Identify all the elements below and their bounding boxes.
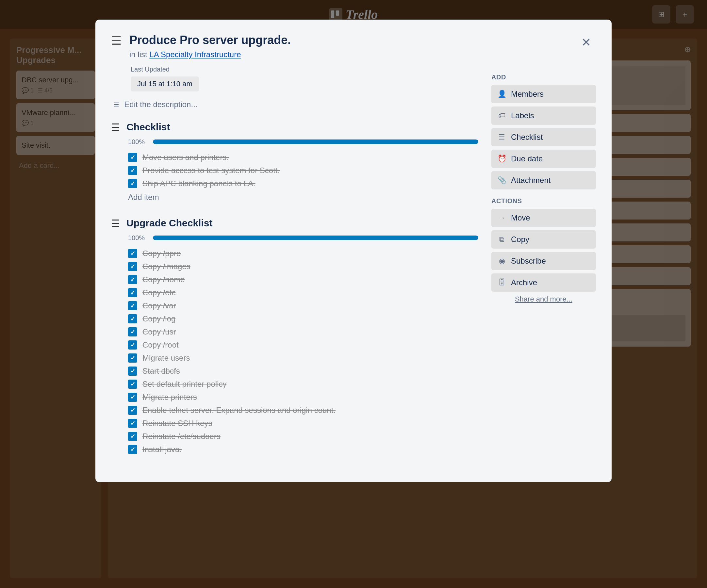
description-icon: ≡ [114, 99, 119, 110]
attachment-icon: 📎 [497, 176, 506, 184]
add-item-row: Add item [111, 190, 478, 205]
list-item: ✓Enable telnet server. Expand sessions a… [128, 404, 478, 417]
list-item: ✓Copy /images [128, 260, 478, 273]
list-item: ✓ Ship APC blanking panels to LA. [128, 177, 478, 190]
checklist-item-text: Copy /root [142, 340, 179, 349]
list-item: ✓Copy /etc [128, 286, 478, 299]
description-area: ≡ Edit the description... [111, 99, 478, 110]
modal-main: Last Updated Jul 15 at 1:10 am ≡ Edit th… [111, 66, 492, 469]
checkbox-2-2[interactable]: ✓ [128, 275, 137, 284]
checklist-item-text: Start dbcfs [142, 367, 180, 376]
edit-description-link[interactable]: Edit the description... [124, 100, 197, 109]
modal-sidebar: Add 👤 Members 🏷 Labels ☰ Checklist ⏰ Due… [492, 66, 596, 469]
checklist-header-2: ☰ Upgrade Checklist [111, 217, 478, 229]
list-item: ✓Copy /var [128, 299, 478, 312]
checklist-title-2: Upgrade Checklist [127, 217, 478, 229]
checkbox-1-1[interactable]: ✓ [128, 166, 137, 175]
share-more-link[interactable]: Share and more... [492, 295, 596, 304]
checklist-item-text: Provide access to test system for Scott. [142, 166, 280, 175]
list-item: ✓Copy /usr [128, 325, 478, 338]
checklist-section-1: ☰ Checklist 100% ✓ Move users and printe… [111, 122, 478, 205]
checklist-item-text: Set default printer policy [142, 380, 227, 389]
checklist-item-text: Move users and printers. [142, 153, 229, 162]
checklist-item-text: Copy /var [142, 301, 176, 310]
attachment-button[interactable]: 📎 Attachment [492, 171, 596, 189]
checkbox-2-15[interactable]: ✓ [128, 445, 137, 454]
checkbox-2-8[interactable]: ✓ [128, 353, 137, 362]
checklist-item-text: Copy /images [142, 262, 191, 271]
progress-bar-bg-2 [153, 236, 478, 240]
checkbox-2-11[interactable]: ✓ [128, 393, 137, 402]
card-modal: ☰ Produce Pro server upgrade. in list LA… [95, 20, 612, 482]
list-item: ✓Set default printer policy [128, 378, 478, 391]
checkbox-2-1[interactable]: ✓ [128, 262, 137, 271]
checklist-item-text: Copy /etc [142, 288, 175, 297]
list-item: ✓Start dbcfs [128, 365, 478, 378]
copy-button[interactable]: ⧉ Copy [492, 230, 596, 249]
close-button[interactable]: ✕ [576, 33, 596, 52]
progress-bar-fill-2 [153, 236, 478, 240]
card-title: Produce Pro server upgrade. [129, 33, 569, 48]
checklist-item-text: Enable telnet server. Expand sessions an… [142, 406, 336, 415]
checklist-item-text: Copy /log [142, 314, 175, 323]
list-item: ✓Copy /root [128, 338, 478, 351]
move-button[interactable]: → Move [492, 209, 596, 227]
list-item: ✓Reinstate /etc/sudoers [128, 430, 478, 443]
checkbox-2-6[interactable]: ✓ [128, 327, 137, 337]
list-item: ✓Install java. [128, 443, 478, 456]
list-item: ✓ Provide access to test system for Scot… [128, 164, 478, 177]
list-item: ✓Migrate users [128, 351, 478, 365]
add-item-button[interactable]: Add item [128, 193, 159, 202]
members-button[interactable]: 👤 Members [492, 85, 596, 103]
progress-percent-1: 100% [128, 138, 148, 146]
checkbox-1-2[interactable]: ✓ [128, 179, 137, 188]
list-item: ✓Copy /home [128, 273, 478, 286]
checkbox-2-3[interactable]: ✓ [128, 288, 137, 297]
checkbox-2-14[interactable]: ✓ [128, 432, 137, 441]
checkbox-2-5[interactable]: ✓ [128, 314, 137, 323]
due-date-button[interactable]: ⏰ Due date [492, 150, 596, 168]
subscribe-icon: ◉ [497, 257, 506, 265]
checkbox-2-7[interactable]: ✓ [128, 340, 137, 349]
checklist-item-text: Copy /ppro [142, 249, 181, 258]
checklist-item-text: Migrate users [142, 353, 190, 362]
modal-header: ☰ Produce Pro server upgrade. in list LA… [95, 20, 612, 66]
subscribe-button[interactable]: ◉ Subscribe [492, 252, 596, 270]
sidebar-add-title: Add [492, 73, 596, 81]
checklist-item-text: Copy /home [142, 275, 184, 284]
checkbox-2-0[interactable]: ✓ [128, 249, 137, 258]
archive-button[interactable]: 🗄 Archive [492, 273, 596, 292]
progress-row-2: 100% [111, 234, 478, 242]
checklist-header-1: ☰ Checklist [111, 122, 478, 133]
checkbox-2-13[interactable]: ✓ [128, 419, 137, 428]
checklist-section-2: ☰ Upgrade Checklist 100% ✓Copy /ppro✓Cop… [111, 217, 478, 456]
checkbox-2-9[interactable]: ✓ [128, 367, 137, 376]
list-link[interactable]: LA Specialty Infrastructure [149, 50, 241, 59]
checklist-icon: ☰ [111, 122, 120, 133]
checklist-button[interactable]: ☰ Checklist [492, 128, 596, 146]
list-item: ✓Migrate printers [128, 391, 478, 404]
progress-percent-2: 100% [128, 234, 148, 242]
checklist-item-text: Reinstate SSH keys [142, 419, 212, 428]
checkbox-2-4[interactable]: ✓ [128, 301, 137, 310]
checklist-item-text: Copy /usr [142, 327, 176, 337]
card-type-icon: ☰ [111, 34, 122, 48]
checklist-items-2: ✓Copy /ppro✓Copy /images✓Copy /home✓Copy… [111, 247, 478, 456]
checklist-item-text: Ship APC blanking panels to LA. [142, 179, 256, 188]
last-updated-badge: Jul 15 at 1:10 am [131, 76, 199, 92]
checklist-icon-2: ☰ [111, 217, 120, 229]
sidebar-actions-title: Actions [492, 197, 596, 205]
checkbox-2-12[interactable]: ✓ [128, 406, 137, 415]
checklist-item-text: Reinstate /etc/sudoers [142, 432, 221, 441]
members-icon: 👤 [497, 90, 506, 98]
modal-title-area: Produce Pro server upgrade. in list LA S… [129, 33, 569, 59]
modal-body: Last Updated Jul 15 at 1:10 am ≡ Edit th… [95, 66, 612, 482]
progress-row-1: 100% [111, 138, 478, 146]
list-item: ✓ Move users and printers. [128, 151, 478, 164]
labels-button[interactable]: 🏷 Labels [492, 106, 596, 125]
last-updated-label: Last Updated [111, 66, 478, 73]
due-date-icon: ⏰ [497, 154, 506, 163]
checkbox-2-10[interactable]: ✓ [128, 380, 137, 389]
progress-bar-fill-1 [153, 139, 478, 144]
checkbox-1-0[interactable]: ✓ [128, 153, 137, 162]
